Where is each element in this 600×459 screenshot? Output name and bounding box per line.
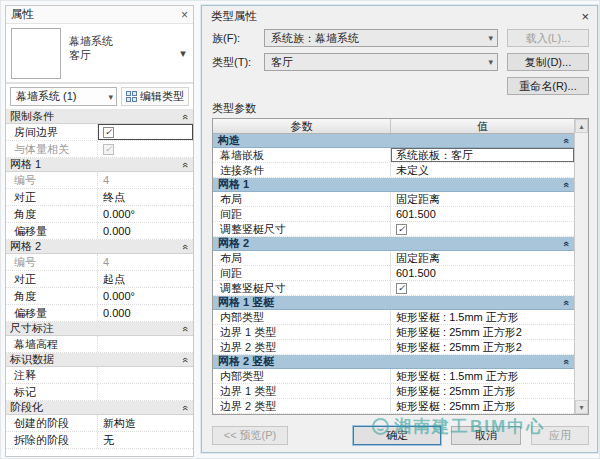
type-selector-family: 幕墙系统 [69,34,175,48]
param-value[interactable]: 矩形竖梃 : 1.5mm 正方形 [391,310,574,324]
param-value[interactable]: 矩形竖梃 : 25mm 正方形 [391,384,574,398]
chevron-down-icon[interactable]: ▾ [177,28,189,79]
param-label: 拆除的阶段 [6,432,98,448]
table-section-grid2[interactable]: 网格 2 « [213,237,574,251]
param-label: 角度 [6,288,98,304]
param-column-header[interactable]: 参数 [213,119,391,133]
table-scrollbar[interactable]: ▴ ▾ [574,119,588,414]
section-header-constraints[interactable]: 限制条件 « [6,110,193,124]
scroll-up-icon[interactable]: ▴ [575,119,588,133]
table-section-grid2-mullions[interactable]: 网格 2 竖梃 « [213,355,574,369]
param-value[interactable]: ✓ [98,124,193,140]
section-title: 构造 [218,133,240,148]
ok-button[interactable]: 确定 [353,426,441,445]
type-selector[interactable]: 幕墙系统 客厅 ▾ [6,24,193,84]
duplicate-button[interactable]: 复制(D)... [507,53,589,71]
edit-type-button[interactable]: 编辑类型 [121,87,189,106]
param-label: 间距 [213,207,391,221]
close-icon[interactable]: × [581,9,589,24]
properties-palette: 属性 × 幕墙系统 客厅 ▾ 幕墙系统 (1) ▾ 编辑类型 限制条件 [5,5,194,457]
section-header-grid1[interactable]: 网格 1 « [6,158,193,172]
selection-filter-label: 幕墙系统 (1) [16,89,77,104]
rename-button[interactable]: 重命名(R)... [507,77,589,95]
property-row: 创建的阶段 新构造 [6,415,193,432]
param-value[interactable]: 0.000 [98,223,193,239]
param-label: 布局 [213,192,391,206]
family-dropdown[interactable]: 系统族：幕墙系统 ▾ [264,29,498,47]
apply-button: 应用 [531,426,589,445]
param-value[interactable]: 矩形竖梃 : 25mm 正方形2 [391,325,574,339]
param-label: 编号 [6,254,98,270]
param-value[interactable]: ✓ [391,281,574,295]
checkbox-checked[interactable]: ✓ [103,127,114,138]
param-value[interactable] [98,367,193,383]
chevron-down-icon: ▾ [108,92,113,102]
collapse-icon: « [180,244,190,250]
cancel-button[interactable]: 取消 [451,426,521,445]
section-header-grid2[interactable]: 网格 2 « [6,240,193,254]
properties-title: 属性 [11,7,34,22]
property-row: 编号 4 [6,172,193,189]
section-header-identity-data[interactable]: 标识数据 « [6,353,193,367]
param-value[interactable]: 矩形竖梃 : 25mm 正方形2 [391,340,574,354]
section-header-dimensions[interactable]: 尺寸标注 « [6,322,193,336]
checkbox-checked-disabled: ✓ [103,144,114,155]
param-value[interactable]: 固定距离 [391,251,574,265]
selection-filter-combo[interactable]: 幕墙系统 (1) ▾ [10,87,117,106]
property-row: 角度 0.000° [6,206,193,223]
table-row: 边界 1 类型 矩形竖梃 : 25mm 正方形 [213,384,574,399]
param-value: 4 [98,172,193,188]
param-value[interactable]: 0.000 [98,305,193,321]
param-value[interactable]: 601.500 [391,266,574,280]
param-label: 编号 [6,172,98,188]
param-value[interactable]: 固定距离 [391,192,574,206]
dialog-title-bar[interactable]: 类型属性 × [202,6,597,27]
param-value[interactable]: 矩形竖梃 : 1.5mm 正方形 [391,369,574,383]
param-value[interactable]: 起点 [98,271,193,287]
param-value[interactable]: 0.000° [98,288,193,304]
param-value[interactable]: 系统嵌板：客厅 [391,148,574,162]
family-row: 族(F): 系统族：幕墙系统 ▾ 载入(L)... [212,29,589,47]
scroll-down-icon[interactable]: ▾ [575,400,588,414]
table-row: 调整竖梃尺寸 ✓ [213,222,574,237]
checkbox-checked[interactable]: ✓ [396,224,407,235]
chevron-down-icon: ▾ [488,33,493,43]
collapse-icon: « [180,114,190,120]
param-value[interactable]: ✓ [391,222,574,236]
param-value[interactable] [98,384,193,400]
property-row: 拆除的阶段 无 [6,432,193,449]
section-title: 网格 1 竖梃 [218,295,274,310]
table-section-construction[interactable]: 构造 « [213,134,574,148]
table-row: 布局 固定距离 [213,192,574,207]
checkbox-checked[interactable]: ✓ [396,283,407,294]
param-value: 4 [98,254,193,270]
dialog-footer: << 预览(P) 确定 取消 应用 [202,415,597,452]
param-value[interactable]: 601.500 [391,207,574,221]
table-section-grid1-mullions[interactable]: 网格 1 竖梃 « [213,296,574,310]
close-icon[interactable]: × [181,8,188,22]
param-value[interactable]: 无 [98,432,193,448]
param-label: 调整竖梃尺寸 [213,222,391,236]
section-title: 限制条件 [10,110,54,124]
value-column-header[interactable]: 值 [391,119,574,133]
param-label: 间距 [213,266,391,280]
param-value[interactable]: 矩形竖梃 : 25mm 正方形 [391,399,574,413]
check-icon: ✓ [105,128,113,137]
table-section-grid1[interactable]: 网格 1 « [213,178,574,192]
screenshot-stage: 属性 × 幕墙系统 客厅 ▾ 幕墙系统 (1) ▾ 编辑类型 限制条件 [0,0,600,459]
collapse-icon: « [561,182,571,188]
property-row: 偏移量 0.000 [6,305,193,322]
param-value[interactable]: 新构造 [98,415,193,431]
param-value[interactable]: 未定义 [391,163,574,177]
type-parameters-label: 类型参数 [202,99,597,118]
type-properties-dialog: 类型属性 × 族(F): 系统族：幕墙系统 ▾ 载入(L)... 类型(T): … [201,5,598,453]
type-dropdown[interactable]: 客厅 ▾ [264,53,498,71]
section-header-phasing[interactable]: 阶段化 « [6,401,193,415]
param-value[interactable] [98,336,193,352]
param-label: 对正 [6,189,98,205]
param-value[interactable]: 终点 [98,189,193,205]
param-label: 对正 [6,271,98,287]
param-label: 边界 2 类型 [213,340,391,354]
param-value[interactable]: 0.000° [98,206,193,222]
param-label: 房间边界 [6,124,98,140]
